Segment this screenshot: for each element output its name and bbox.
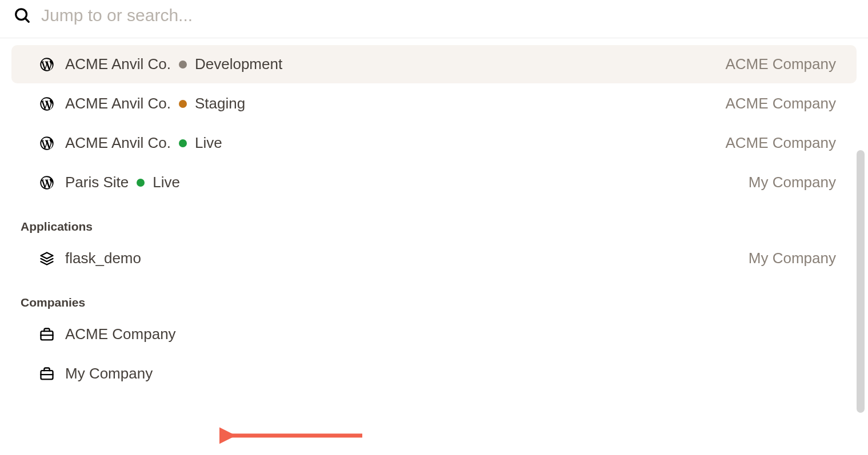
wordpress-icon <box>39 135 55 151</box>
svg-marker-2 <box>41 252 53 259</box>
briefcase-icon <box>39 366 55 382</box>
site-row[interactable]: Paris Site Live My Company <box>11 163 857 202</box>
env-label: Staging <box>195 95 245 112</box>
status-dot <box>179 100 187 108</box>
wordpress-icon <box>39 57 55 73</box>
company-name: My Company <box>65 365 153 382</box>
wordpress-icon <box>39 175 55 191</box>
site-row[interactable]: ACME Anvil Co. Development ACME Company <box>11 45 857 83</box>
env-label: Development <box>195 55 282 73</box>
application-name: flask_demo <box>65 249 141 267</box>
search-input[interactable] <box>41 6 854 25</box>
annotation-arrow <box>219 424 368 447</box>
applications-header: Applications <box>0 203 868 238</box>
search-icon <box>14 7 31 24</box>
status-dot <box>179 139 187 147</box>
status-dot <box>179 61 187 69</box>
company-label: My Company <box>749 249 836 267</box>
wordpress-icon <box>39 96 55 112</box>
site-name: ACME Anvil Co. <box>65 134 171 152</box>
scrollbar[interactable] <box>857 150 865 413</box>
results-panel: ACME Anvil Co. Development ACME Company … <box>0 38 868 393</box>
status-dot <box>137 179 145 187</box>
company-row[interactable]: My Company <box>11 355 857 393</box>
stack-icon <box>39 251 55 267</box>
company-label: My Company <box>749 174 836 191</box>
company-label: ACME Company <box>725 55 836 73</box>
application-row[interactable]: flask_demo My Company <box>11 239 857 277</box>
search-bar <box>0 0 868 38</box>
company-label: ACME Company <box>725 134 836 152</box>
company-label: ACME Company <box>725 95 836 112</box>
site-name: ACME Anvil Co. <box>65 55 171 73</box>
env-label: Live <box>153 174 180 191</box>
company-name: ACME Company <box>65 325 176 343</box>
site-row[interactable]: ACME Anvil Co. Staging ACME Company <box>11 84 857 123</box>
site-name: Paris Site <box>65 174 129 191</box>
briefcase-icon <box>39 327 55 343</box>
companies-header: Companies <box>0 279 868 314</box>
env-label: Live <box>195 134 222 152</box>
site-row[interactable]: ACME Anvil Co. Live ACME Company <box>11 124 857 162</box>
site-name: ACME Anvil Co. <box>65 95 171 112</box>
svg-line-1 <box>25 18 29 22</box>
company-row[interactable]: ACME Company <box>11 315 857 353</box>
